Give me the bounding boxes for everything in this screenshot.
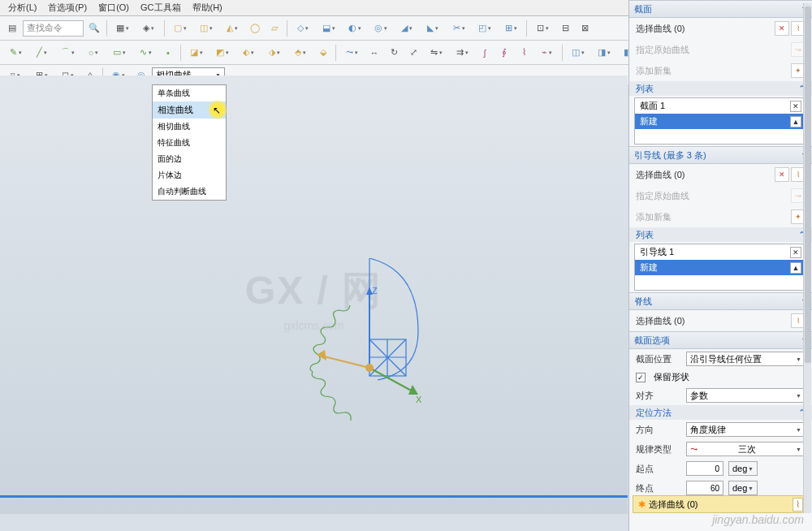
face-icon[interactable]: ▱ [266,19,283,37]
x-icon[interactable]: ✕ [775,21,789,36]
surf5-icon[interactable]: ⬘ [288,44,313,62]
dd-item-4[interactable]: 面的边 [153,151,226,167]
rotate-icon[interactable]: ↻ [385,44,403,62]
datum-icon[interactable]: ◇ [291,19,315,37]
blend-icon[interactable]: ◢ [395,19,419,37]
c2-icon[interactable]: ∮ [495,44,513,62]
hole-icon[interactable]: ◎ [369,19,393,37]
up-icon[interactable]: ▲ [790,116,801,127]
spline-icon[interactable]: ∿ [133,44,158,62]
c4-icon[interactable]: ⌁ [534,44,559,62]
curve-icon[interactable]: ⌇ [793,498,803,512]
surf2-icon[interactable]: ◩ [210,44,235,62]
pattern-icon[interactable]: ⊞ [499,19,523,37]
dd-item-1[interactable]: 相连曲线 ↖ [153,101,226,119]
move-icon[interactable]: ↔ [365,44,383,62]
rule-type-row: 规律类型 ⤳ 三次 [629,439,812,459]
misc1-icon[interactable]: ⊡ [530,19,555,37]
list-item[interactable]: 新建▲ [635,114,806,129]
point-icon[interactable]: • [159,44,177,62]
c3-icon[interactable]: ⌇ [515,44,533,62]
orient-header[interactable]: 定位方法⌃ [629,405,812,420]
view-icons-icon[interactable]: ▦ [110,19,135,37]
section-select-curve[interactable]: 选择曲线 (0) ✕⌇ [629,18,812,39]
direction-select[interactable]: 角度规律 [686,422,806,437]
trim-icon[interactable]: ✂ [447,19,471,37]
guide-header[interactable]: 引导线 (最多 3 条)⌃ [629,146,812,164]
close-icon[interactable]: ✕ [790,101,801,112]
cyl-icon[interactable]: ◫ [194,19,218,37]
menu-prefs[interactable]: 首选项(P) [43,0,92,15]
a1-icon[interactable]: ◫ [566,44,590,62]
scrollbar-thumb[interactable] [805,6,811,363]
guide-select-curve[interactable]: 选择曲线 (0) ✕⌇ [629,164,812,185]
arc-icon[interactable]: ⌒ [55,44,80,62]
mirror-icon[interactable]: ⇋ [424,44,448,62]
shell-icon[interactable]: ◰ [473,19,497,37]
section-header[interactable]: 截面⌃ [629,0,812,18]
surf4-icon[interactable]: ⬗ [262,44,287,62]
command-search[interactable]: 查找命令 [23,20,84,37]
keep-shape-checkbox[interactable]: ✓ [636,373,646,382]
end-value[interactable] [686,481,723,495]
revolve-icon[interactable]: ◐ [343,19,367,37]
end-unit[interactable]: deg [728,481,758,495]
a2-icon[interactable]: ◨ [592,44,616,62]
svg-text:X: X [416,395,422,404]
close-icon[interactable]: ✕ [790,247,801,258]
surf3-icon[interactable]: ⬖ [236,44,261,62]
sphere-icon[interactable]: ◯ [246,19,264,37]
dd-item-0[interactable]: 单条曲线 [153,85,226,101]
section-add-new: 添加新集 ✦ [629,60,812,81]
guide-list[interactable]: 引导线 1✕ 新建▲ [634,244,807,291]
box-icon[interactable]: ▢ [168,19,192,37]
list-item[interactable]: 新建▲ [635,260,806,275]
layer-icon[interactable]: ◈ [136,19,161,37]
misc2-icon[interactable]: ⊟ [556,19,574,37]
cone-icon[interactable]: ◭ [220,19,244,37]
misc3-icon[interactable]: ⊠ [576,19,594,37]
rect-icon[interactable]: ▭ [107,44,132,62]
dd-item-6[interactable]: 自动判断曲线 [153,183,226,200]
section-list[interactable]: 截面 1✕ 新建▲ [634,97,807,145]
rule-type-select[interactable]: ⤳ 三次 [686,442,806,456]
list-item[interactable]: 截面 1✕ [635,98,806,114]
surf6-icon[interactable]: ⬙ [314,44,332,62]
menu-analyze[interactable]: 分析(L) [3,0,41,15]
circle-icon[interactable]: ○ [81,44,106,62]
line-icon[interactable]: ╱ [29,44,54,62]
list-item[interactable]: 引导线 1✕ [635,244,806,260]
dd-item-3[interactable]: 特征曲线 [153,135,226,151]
c1-icon[interactable]: ∫ [476,44,494,62]
spine-header[interactable]: 脊线⌃ [629,292,812,310]
options-header[interactable]: 截面选项⌃ [629,331,812,349]
dd-item-2[interactable]: 相切曲线 [153,119,226,135]
surf1-icon[interactable]: ◪ [184,44,209,62]
search-icon[interactable]: 🔍 [85,19,103,37]
start-unit[interactable]: deg [728,461,758,476]
guide-list-header[interactable]: 列表⌃ [629,227,812,242]
start-row: 起点 deg [629,459,812,478]
panel-scrollbar[interactable] [803,3,811,513]
sweep-icon[interactable]: ⤳ [339,44,364,62]
sketch-icon[interactable]: ✎ [3,44,28,62]
start-value[interactable] [686,461,723,476]
scale-icon[interactable]: ⤢ [404,44,422,62]
spine-select-curve[interactable]: 选择曲线 (0) ⌇ [629,310,812,331]
x-icon[interactable]: ✕ [775,167,789,182]
section-position-select[interactable]: 沿引导线任何位置 [686,352,806,366]
up-icon[interactable]: ▲ [790,262,801,274]
offset-icon[interactable]: ⇉ [450,44,474,62]
dd-item-5[interactable]: 片体边 [153,167,226,183]
align-select[interactable]: 参数 [686,388,806,403]
section-list-header[interactable]: 列表⌃ [629,81,812,96]
tb-start-icon[interactable]: ▤ [3,19,21,37]
keep-shape-row[interactable]: ✓ 保留形状 [629,369,812,386]
chamfer-icon[interactable]: ◣ [421,19,445,37]
menu-help[interactable]: 帮助(H) [188,0,227,15]
extrude-icon[interactable]: ⬓ [317,19,341,37]
menu-window[interactable]: 窗口(O) [93,0,134,15]
menu-gc-toolbox[interactable]: GC工具箱 [136,0,186,15]
viewport-3d[interactable]: GX / 网 gxlcms.com Z X [0,76,628,514]
status-bar[interactable]: ✱选择曲线 (0) ⌇ [633,495,809,513]
